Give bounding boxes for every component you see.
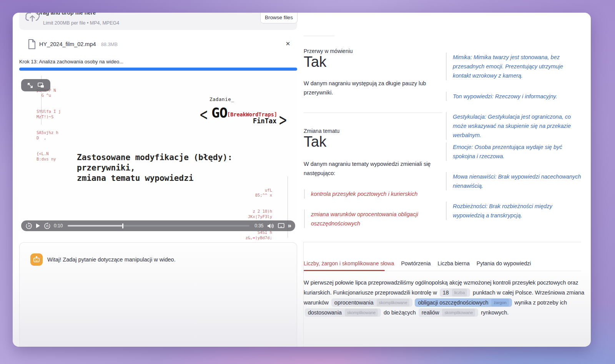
app-window: Drag and drop file here Limit 200MB per … bbox=[13, 13, 591, 347]
chat-panel: Witaj! Zadaj pytanie dotyczące manipulac… bbox=[19, 242, 297, 347]
topic-quote: kontrola przesyłek pocztowych i kuriersk… bbox=[304, 189, 419, 199]
behavior-note-gestykulacja: Gestykulacja: Gestykulacja jest ogranicz… bbox=[446, 112, 582, 140]
jargon-highlight: obligacji oszczędnościowychżargon bbox=[415, 298, 512, 307]
behavior-note-emocje: Emocje: Osoba prezentująca wydaje się by… bbox=[446, 142, 582, 161]
pauses-metric-label: Przerwy w mówieniu bbox=[304, 48, 353, 54]
number-highlight: 18liczba bbox=[440, 288, 470, 297]
file-document-icon bbox=[28, 39, 36, 50]
topic-change-description: W danym nagraniu tematy wypowiedzi zmien… bbox=[304, 159, 437, 178]
remove-file-button[interactable]: ✕ bbox=[284, 40, 292, 48]
behavior-note-ton: Ton wypowiedzi: Rzeczowy i informacyjny. bbox=[446, 92, 582, 101]
tab-powtorzenia[interactable]: Powtórzenia bbox=[401, 260, 431, 266]
browse-files-button[interactable]: Browse files bbox=[260, 13, 298, 23]
duration-label: 0:35 bbox=[254, 223, 263, 228]
video-controls-bar[interactable]: 15 15 0:10 0:35 bbox=[21, 220, 295, 231]
play-icon[interactable] bbox=[36, 223, 40, 228]
pauses-metric-value: Tak bbox=[304, 54, 326, 70]
upload-cloud-icon bbox=[24, 13, 40, 24]
topic-change-metric-value: Tak bbox=[304, 134, 326, 150]
video-watermark-text: Zadanie_ bbox=[209, 96, 234, 102]
video-glitch-text-left: pihW*P N G ^u SYUlfa I jMzT!)~S SA5vj%z … bbox=[37, 77, 61, 172]
analysis-progress-bar bbox=[19, 68, 297, 71]
progress-step-label: Krok 13: Analiza zachowania osoby na wid… bbox=[19, 59, 123, 65]
complex-word-highlight: realiówskomplikowane bbox=[419, 308, 478, 317]
uploader-limit-text: Limit 200MB per file • MP4, MPEG4 bbox=[43, 20, 119, 26]
tab-liczba-bierna[interactable]: Liczba bierna bbox=[438, 260, 470, 266]
cast-screen-icon[interactable] bbox=[278, 223, 284, 228]
topic-quote: zmiana warunków oprocentowania obligacji… bbox=[304, 210, 419, 228]
transcript-paragraph: W pierwszej połowie lipca przeprowadzili… bbox=[304, 278, 585, 318]
behavior-note-rozbieznosci: Rozbieżności: Brak rozbieżności między w… bbox=[446, 202, 582, 220]
file-uploader-dropzone[interactable]: Drag and drop file here Limit 200MB per … bbox=[19, 13, 297, 30]
rewind-15-icon[interactable]: 15 bbox=[26, 223, 32, 229]
video-caption-text: Zastosowane modyfikacje (błędy): przeryw… bbox=[77, 152, 233, 184]
video-overlay-controls[interactable] bbox=[21, 79, 50, 91]
current-time-label: 0:10 bbox=[54, 223, 63, 228]
seek-bar[interactable] bbox=[68, 225, 249, 227]
transcript-text: do bieżących bbox=[382, 309, 417, 316]
logo-fintax-text: FinTax bbox=[253, 117, 276, 125]
behavior-note-mowa-nienawisci: Mowa nienawiści: Brak wypowiedzi nacecho… bbox=[446, 172, 582, 190]
topic-change-metric-label: Zmiana tematu bbox=[304, 128, 339, 134]
transcript-text: rynkowych. bbox=[479, 309, 509, 316]
forward-15-icon[interactable]: 15 bbox=[44, 223, 50, 229]
uploaded-file-name: HY_2024_film_02.mp4 bbox=[39, 41, 96, 47]
section-divider bbox=[304, 113, 442, 113]
tab-liczby-zargon[interactable]: Liczby, żargon i skomplikowane słowa bbox=[304, 260, 394, 266]
complex-word-highlight: oprocentowaniaskomplikowane bbox=[331, 298, 413, 307]
seek-thumb[interactable] bbox=[122, 223, 123, 228]
tab-pytania[interactable]: Pytania do wypowiedzi bbox=[477, 260, 531, 266]
volume-icon[interactable] bbox=[267, 223, 274, 229]
logo-right-bracket: > bbox=[279, 109, 287, 130]
active-tab-underline bbox=[304, 270, 385, 271]
pauses-description: W danym nagraniu występują za długie pau… bbox=[304, 79, 437, 97]
video-player[interactable]: pihW*P N G ^u SYUlfa I jMzT!)~S SA5vj%z … bbox=[19, 73, 297, 232]
svg-text:15: 15 bbox=[28, 225, 31, 227]
behavior-note-mimika: Mimika: Mimika twarzy jest stonowana, be… bbox=[446, 53, 582, 80]
more-controls-icon[interactable]: » bbox=[288, 222, 291, 230]
svg-text:15: 15 bbox=[46, 225, 49, 227]
fullscreen-icon[interactable] bbox=[27, 83, 33, 88]
tabs-top-divider bbox=[304, 242, 581, 242]
picture-in-picture-icon[interactable] bbox=[38, 83, 44, 88]
uploader-drag-hint: Drag and drop file here bbox=[37, 13, 145, 16]
logo-breakwordtraps-text: [BreakWordTraps] bbox=[227, 111, 277, 117]
logo-left-bracket: < bbox=[200, 104, 208, 125]
uploaded-file-size: 88.3MB bbox=[101, 42, 118, 47]
logo-go-text: GO bbox=[211, 105, 227, 121]
analysis-tabs: Liczby, żargon i skomplikowane słowa Pow… bbox=[304, 260, 531, 266]
assistant-avatar bbox=[30, 253, 43, 266]
chat-welcome-message: Witaj! Zadaj pytanie dotyczące manipulac… bbox=[47, 256, 176, 263]
top-divider bbox=[304, 36, 334, 36]
complex-word-highlight: dostosowaniaskomplikowane bbox=[305, 308, 381, 317]
transcript-text: wynika z potrzeby ich bbox=[513, 299, 567, 306]
